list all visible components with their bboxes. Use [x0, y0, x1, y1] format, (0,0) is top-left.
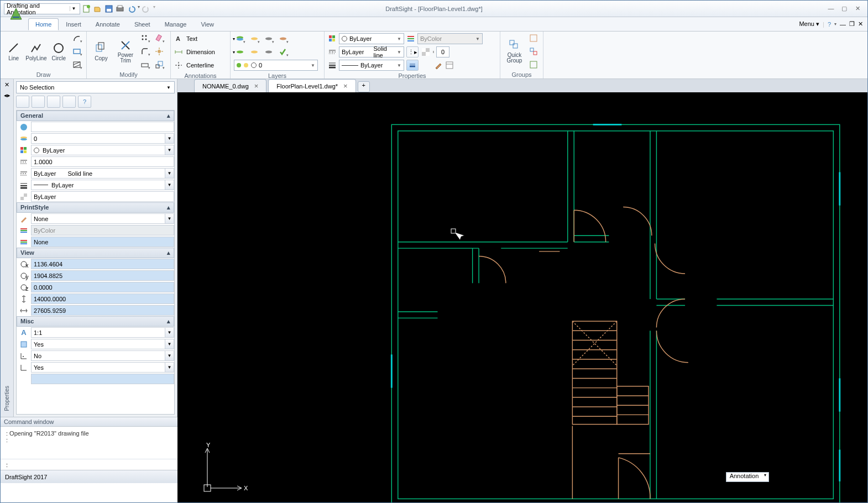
- linestyle-selector[interactable]: ByLayer Solid line▼: [339, 46, 404, 57]
- minimize-button[interactable]: —: [827, 5, 835, 13]
- ungroup-button[interactable]: [527, 46, 540, 57]
- ucsicon-field[interactable]: Yes▼: [31, 339, 174, 349]
- open-icon[interactable]: [93, 4, 102, 13]
- layer-iso-button[interactable]: [234, 46, 246, 57]
- panel-close-button[interactable]: ✕: [4, 79, 9, 88]
- pattern-tool[interactable]: [139, 33, 151, 44]
- drawing-viewport[interactable]: Y X: [177, 92, 867, 503]
- lineweight-selector[interactable]: ByLayer▼: [339, 60, 404, 71]
- section-general[interactable]: General▴: [17, 111, 174, 121]
- extra-field[interactable]: [31, 374, 174, 384]
- lineweight-settings-button[interactable]: [406, 60, 419, 71]
- layer-states-button[interactable]: [277, 33, 289, 44]
- quick-select-button[interactable]: [47, 96, 60, 108]
- app-logo-icon[interactable]: [7, 5, 25, 23]
- linestyle-field[interactable]: ByLayer Solid line▼: [31, 168, 174, 179]
- section-view[interactable]: View▴: [17, 248, 174, 258]
- explode-tool[interactable]: [153, 46, 165, 57]
- arc-tool[interactable]: [71, 33, 83, 44]
- select-objects-button[interactable]: [32, 96, 45, 108]
- quickgroup-tool[interactable]: Quick Group: [504, 39, 525, 64]
- linestyle-expand-button[interactable]: ⋮▸: [406, 46, 419, 57]
- toggle-pim-button[interactable]: [62, 96, 76, 108]
- print-icon[interactable]: [116, 4, 124, 13]
- linescale-field[interactable]: 1.0000: [31, 156, 174, 167]
- close-button[interactable]: ✕: [853, 5, 862, 13]
- edit-tool[interactable]: [139, 59, 151, 70]
- layer-hide-button[interactable]: [263, 46, 275, 57]
- printstyle-selector[interactable]: ByColor▼: [417, 33, 483, 44]
- centerline-tool[interactable]: Centerline: [174, 59, 235, 71]
- hyperlink-field[interactable]: [31, 122, 174, 132]
- menu-dropdown[interactable]: Menu ▾: [799, 20, 819, 28]
- close-icon[interactable]: ×: [343, 82, 348, 90]
- svg-point-43: [244, 63, 248, 67]
- powertrim-tool[interactable]: Power Trim: [114, 39, 137, 64]
- layer-field[interactable]: 0▼: [31, 133, 174, 144]
- new-icon[interactable]: [82, 4, 91, 13]
- section-printstyle[interactable]: PrintStyle▴: [17, 202, 174, 213]
- dimension-tool[interactable]: Dimension▾: [174, 46, 235, 58]
- printstyle-name-field[interactable]: None▼: [31, 213, 174, 224]
- props-panel-icon[interactable]: [445, 61, 454, 70]
- undo-icon[interactable]: [127, 4, 135, 13]
- tab-insert[interactable]: Insert: [59, 18, 88, 30]
- tab-annotate[interactable]: Annotate: [88, 18, 127, 30]
- new-doc-button[interactable]: +: [358, 81, 370, 92]
- section-misc[interactable]: Misc▴: [17, 316, 174, 327]
- view-width-field[interactable]: 27605.9259: [31, 305, 174, 316]
- tab-sheet[interactable]: Sheet: [127, 18, 158, 30]
- layer-off-button[interactable]: [263, 33, 275, 44]
- printstyle-icon[interactable]: [406, 34, 415, 43]
- tab-view[interactable]: View: [194, 18, 221, 30]
- app-close-icon[interactable]: ✕: [858, 20, 863, 28]
- selection-filter[interactable]: No Selection▼: [16, 81, 175, 93]
- save-icon[interactable]: [104, 4, 113, 13]
- doc-tab-floorplan[interactable]: FloorPlan-Level1.dwg*×: [268, 79, 355, 92]
- layer-check-button[interactable]: [277, 46, 289, 57]
- layer-lock-button[interactable]: [248, 46, 260, 57]
- ucspervp-field[interactable]: Yes▼: [31, 362, 174, 373]
- help-button[interactable]: ?: [78, 96, 91, 108]
- annotation-scale-selector[interactable]: Annotation: [726, 472, 770, 482]
- center-y-field[interactable]: 1904.8825: [31, 270, 174, 281]
- fillet-tool[interactable]: [139, 46, 151, 57]
- app-minimize-icon[interactable]: —: [840, 21, 846, 28]
- center-z-field[interactable]: 0.0000: [31, 282, 174, 292]
- color-field[interactable]: ByLayer▼: [31, 145, 174, 155]
- color-selector[interactable]: ByLayer▼: [339, 33, 404, 44]
- group-manager-button[interactable]: [527, 59, 540, 70]
- rect-tool[interactable]: [71, 46, 83, 57]
- line-tool[interactable]: Line: [4, 42, 23, 61]
- polyline-tool[interactable]: PolyLine: [25, 42, 46, 61]
- matchprops-icon[interactable]: [434, 61, 443, 70]
- text-tool[interactable]: AText▾: [174, 33, 235, 45]
- layer-freeze-button[interactable]: [248, 33, 260, 44]
- view-height-field[interactable]: 14000.0000: [31, 294, 174, 304]
- copy-tool[interactable]: Copy: [90, 42, 112, 61]
- ucsorigin-field[interactable]: No▼: [31, 350, 174, 361]
- help-icon[interactable]: ?: [828, 21, 831, 28]
- redo-icon[interactable]: [142, 4, 151, 13]
- lineweight-field[interactable]: ByLayer▼: [31, 180, 174, 190]
- app-restore-icon[interactable]: ❐: [849, 20, 855, 28]
- printstyle-table-field[interactable]: None: [31, 237, 174, 247]
- transparency-field[interactable]: ByLayer: [31, 191, 174, 202]
- scale-tool[interactable]: [153, 59, 165, 70]
- erase-tool[interactable]: [153, 33, 165, 44]
- panel-pin-button[interactable]: ◂▸: [4, 88, 11, 99]
- hatch-tool[interactable]: [71, 59, 83, 70]
- close-icon[interactable]: ×: [254, 82, 259, 90]
- annoscale-field[interactable]: 1:1▼: [31, 327, 174, 338]
- group-edit-button[interactable]: [527, 33, 540, 44]
- transparency-value[interactable]: [436, 46, 449, 57]
- doc-tab-noname[interactable]: NONAME_0.dwg×: [194, 79, 266, 92]
- center-x-field[interactable]: 1136.4604: [31, 259, 174, 269]
- maximize-button[interactable]: ▢: [840, 5, 849, 13]
- tab-manage[interactable]: Manage: [158, 18, 194, 30]
- circle-tool[interactable]: Circle: [49, 42, 69, 61]
- tab-home[interactable]: Home: [28, 18, 59, 30]
- pick-add-button[interactable]: [16, 96, 29, 108]
- layer-current-selector[interactable]: 0 ▼: [234, 60, 318, 71]
- layer-manager-button[interactable]: [234, 33, 246, 44]
